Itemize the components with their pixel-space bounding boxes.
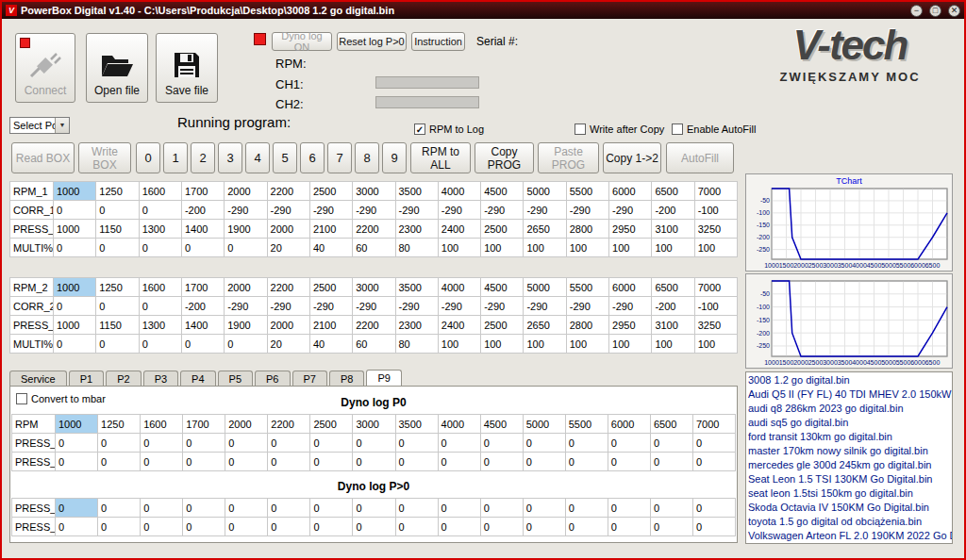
- close-button[interactable]: ✕: [948, 5, 960, 17]
- cell[interactable]: 2500: [481, 220, 524, 239]
- file-item[interactable]: master 170km nowy silnik go digital.bin: [746, 444, 952, 458]
- cell[interactable]: 6500: [652, 278, 694, 297]
- cell[interactable]: 2000: [267, 220, 309, 239]
- cell[interactable]: 0: [225, 518, 268, 536]
- cell[interactable]: 5000: [524, 182, 566, 201]
- cell[interactable]: 2950: [609, 316, 652, 335]
- connect-button[interactable]: Connect: [15, 33, 75, 103]
- cell[interactable]: 4500: [480, 415, 523, 434]
- write-after-copy-checkbox[interactable]: Write after Copy: [575, 124, 664, 135]
- cell[interactable]: 0: [225, 239, 267, 257]
- cell[interactable]: 1250: [96, 278, 139, 297]
- cell[interactable]: 2200: [268, 415, 310, 434]
- cell[interactable]: -290: [566, 201, 608, 220]
- cell[interactable]: 0: [54, 297, 96, 316]
- cell[interactable]: 0: [395, 434, 438, 453]
- cell[interactable]: 0: [181, 239, 224, 257]
- cell[interactable]: 4000: [438, 415, 480, 434]
- cell[interactable]: 0: [565, 434, 608, 453]
- file-item[interactable]: seat leon 1.5tsi 150km go digital.bin: [746, 486, 952, 501]
- cell[interactable]: -290: [609, 201, 652, 220]
- cell[interactable]: 0: [480, 434, 523, 453]
- tab-p1[interactable]: P1: [69, 371, 104, 387]
- rpm-to-all-button[interactable]: RPM to ALL: [410, 142, 471, 173]
- cell[interactable]: 20: [267, 239, 309, 257]
- cell[interactable]: -100: [694, 297, 737, 316]
- cell[interactable]: 100: [566, 335, 608, 354]
- cell[interactable]: 0: [353, 453, 395, 471]
- cell[interactable]: 3000: [353, 278, 395, 297]
- cell[interactable]: 5000: [524, 278, 566, 297]
- cell[interactable]: 0: [96, 239, 139, 257]
- cell[interactable]: 2000: [225, 278, 267, 297]
- cell[interactable]: 80: [395, 335, 438, 354]
- cell[interactable]: 1150: [96, 316, 139, 335]
- cell[interactable]: 2800: [566, 220, 608, 239]
- cell[interactable]: 0: [225, 434, 268, 453]
- cell[interactable]: 2500: [481, 316, 524, 335]
- cell[interactable]: 1400: [181, 220, 224, 239]
- cell[interactable]: 1600: [139, 278, 181, 297]
- cell[interactable]: 2500: [310, 415, 353, 434]
- cell[interactable]: 0: [692, 453, 735, 471]
- cell[interactable]: 0: [139, 201, 181, 220]
- cell[interactable]: 0: [650, 453, 692, 471]
- cell[interactable]: 3500: [395, 182, 438, 201]
- cell[interactable]: -290: [481, 297, 524, 316]
- cell[interactable]: -200: [652, 201, 694, 220]
- cell[interactable]: 0: [438, 453, 480, 471]
- cell[interactable]: 4000: [438, 278, 480, 297]
- rpm-to-log-checkbox[interactable]: RPM to Log: [414, 124, 484, 135]
- cell[interactable]: -290: [267, 201, 309, 220]
- cell[interactable]: -290: [353, 201, 395, 220]
- instruction-button[interactable]: Instruction: [411, 32, 465, 51]
- cell[interactable]: 0: [141, 453, 183, 471]
- cell[interactable]: 2650: [524, 220, 566, 239]
- cell[interactable]: -290: [395, 201, 438, 220]
- cell[interactable]: 3250: [694, 220, 737, 239]
- cell[interactable]: 2950: [609, 220, 652, 239]
- cell[interactable]: 0: [96, 297, 139, 316]
- cell[interactable]: 0: [608, 453, 650, 471]
- cell[interactable]: 0: [56, 518, 98, 536]
- cell[interactable]: 1000: [54, 316, 96, 335]
- digit-button-7[interactable]: 7: [327, 142, 352, 173]
- cell[interactable]: 5000: [523, 415, 565, 434]
- cell[interactable]: 1250: [98, 415, 141, 434]
- cell[interactable]: 2500: [309, 278, 352, 297]
- cell[interactable]: 2200: [353, 220, 395, 239]
- cell[interactable]: 0: [310, 453, 353, 471]
- cell[interactable]: 3000: [353, 415, 395, 434]
- cell[interactable]: 0: [96, 335, 139, 354]
- cell[interactable]: 0: [565, 453, 608, 471]
- cell[interactable]: 40: [309, 335, 352, 354]
- cell[interactable]: 20: [267, 335, 309, 354]
- cell[interactable]: 0: [96, 201, 139, 220]
- digit-button-1[interactable]: 1: [163, 142, 188, 173]
- cell[interactable]: 3250: [694, 316, 737, 335]
- file-item[interactable]: mercedes gle 300d 245km go digital.bin: [746, 458, 952, 472]
- cell[interactable]: 1300: [139, 220, 181, 239]
- cell[interactable]: 60: [353, 335, 395, 354]
- cell[interactable]: -290: [395, 297, 438, 316]
- cell[interactable]: 0: [480, 518, 523, 536]
- cell[interactable]: 0: [692, 434, 735, 453]
- cell[interactable]: -290: [438, 297, 480, 316]
- cell[interactable]: 0: [310, 434, 353, 453]
- cell[interactable]: 7000: [694, 182, 737, 201]
- tab-p6[interactable]: P6: [255, 371, 290, 387]
- cell[interactable]: 4000: [438, 182, 480, 201]
- cell[interactable]: 1250: [96, 182, 139, 201]
- cell[interactable]: 0: [181, 335, 224, 354]
- tab-p3[interactable]: P3: [143, 371, 178, 387]
- cell[interactable]: 1400: [181, 316, 224, 335]
- read-box-button[interactable]: Read BOX: [11, 142, 75, 173]
- file-item[interactable]: Audi Q5 II (FY FL) 40 TDI MHEV 2.0 150kW…: [746, 387, 952, 402]
- cell[interactable]: 5500: [566, 278, 608, 297]
- cell[interactable]: -290: [267, 297, 309, 316]
- digit-button-6[interactable]: 6: [300, 142, 325, 173]
- cell[interactable]: 0: [523, 453, 565, 471]
- cell[interactable]: 3500: [395, 415, 438, 434]
- cell[interactable]: 0: [225, 453, 268, 471]
- file-item[interactable]: audi sq5 go digital.bin: [746, 416, 952, 430]
